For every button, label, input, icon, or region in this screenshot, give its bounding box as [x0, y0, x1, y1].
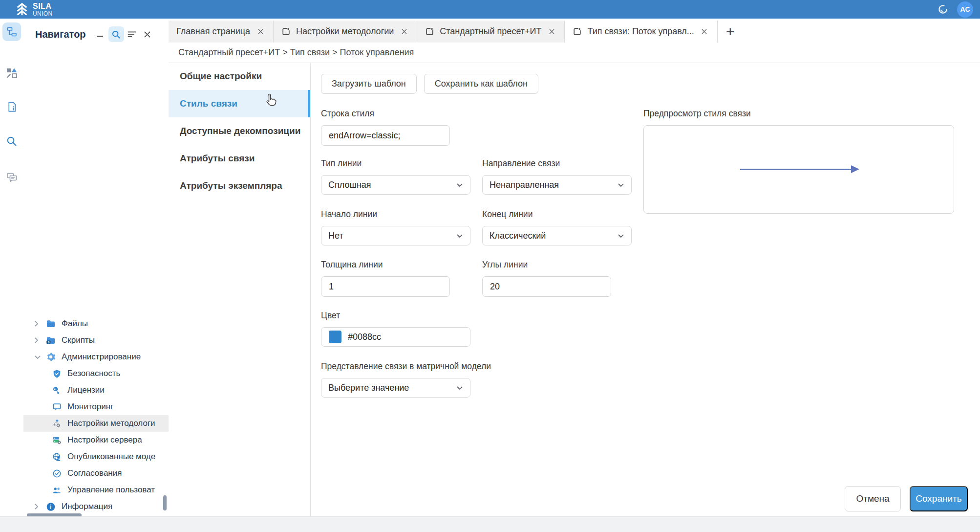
line-angles-label: Углы линии: [482, 260, 611, 270]
line-end-label: Конец линии: [482, 209, 632, 220]
check-circle-icon: [52, 468, 62, 478]
tree-item-server-settings[interactable]: Настройки сервера: [23, 432, 169, 448]
menu-item-label: Доступные декомпозиции: [180, 126, 300, 136]
menu-item-label: Атрибуты экземпляра: [180, 180, 282, 191]
vertical-scrollbar[interactable]: [163, 495, 167, 510]
close-icon[interactable]: [700, 27, 709, 37]
svg-text:$: $: [48, 340, 50, 344]
tab-page-icon: [573, 27, 582, 36]
link-direction-select[interactable]: Ненаправленная: [482, 175, 632, 195]
tree-item-published-models[interactable]: Опубликованные моде: [23, 448, 169, 465]
save-as-template-button[interactable]: Сохранить как шаблон: [424, 74, 538, 94]
tree-item-licenses[interactable]: Лицензии: [23, 382, 169, 399]
tab-page-icon: [425, 27, 434, 36]
navigator-title: Навигатор: [35, 29, 86, 40]
select-value: Нет: [328, 231, 343, 241]
settings-menu: Общие настройки Стиль связи Доступные де…: [169, 63, 311, 517]
top-bar: SILA UNION AC: [0, 0, 980, 19]
document-info-icon[interactable]: [2, 97, 21, 116]
key-icon: [52, 385, 62, 395]
tree-item-label: Управление пользоват: [67, 485, 155, 495]
chevron-down-icon: [456, 183, 463, 187]
navigator-tree-icon[interactable]: [2, 22, 21, 41]
save-button[interactable]: Сохранить: [910, 486, 968, 511]
color-input[interactable]: #0088cc: [321, 327, 470, 347]
line-width-label: Толщина линии: [321, 260, 450, 270]
tree-item-label: Настройки методологи: [67, 419, 155, 428]
tab-label: Настройки методологии: [296, 26, 394, 37]
tab-standard-preset[interactable]: Стандартный пресет+ИТ: [417, 21, 565, 43]
preview-label: Предпросмотр стиля связи: [643, 109, 954, 119]
methodology-gear-icon: [52, 419, 62, 428]
tab-home[interactable]: Главная страница: [169, 21, 274, 43]
add-tab-button[interactable]: +: [718, 21, 743, 43]
load-template-button[interactable]: Загрузить шаблон: [321, 74, 417, 94]
select-value: Классический: [490, 231, 546, 241]
line-angles-input[interactable]: [482, 276, 611, 297]
close-icon[interactable]: [256, 27, 265, 37]
tab-label: Главная страница: [176, 26, 250, 37]
chevron-right-icon[interactable]: [34, 320, 46, 327]
close-icon[interactable]: [140, 26, 155, 42]
mouse-cursor-pointer: [263, 93, 277, 109]
tree-item-label: Лицензии: [67, 385, 105, 395]
filter-icon[interactable]: [124, 26, 140, 42]
close-icon[interactable]: [399, 27, 409, 37]
cancel-button[interactable]: Отмена: [845, 486, 901, 511]
menu-item-instance-attributes[interactable]: Атрибуты экземпляра: [169, 172, 310, 200]
tree-item-label: Мониторинг: [67, 402, 113, 412]
tree-item-administration[interactable]: Администрирование: [23, 349, 169, 365]
navigator-tree: Файлы $ Скрипты Администрирование Безопа…: [23, 315, 169, 515]
menu-item-label: Общие настройки: [180, 71, 262, 82]
line-start-label: Начало линии: [321, 209, 470, 220]
tab-link-type-control-flow[interactable]: Тип связи: Поток управл...: [565, 21, 717, 43]
line-end-select[interactable]: Классический: [482, 226, 632, 245]
breadcrumb: Стандартный пресет+ИТ > Тип связи > Пото…: [169, 43, 980, 63]
tab-methodology-settings[interactable]: Настройки методологии: [274, 21, 417, 43]
chevron-right-icon[interactable]: [34, 503, 46, 510]
logo-mark-icon: [15, 2, 29, 16]
menu-item-available-decompositions[interactable]: Доступные декомпозиции: [169, 117, 310, 145]
line-width-input[interactable]: [321, 276, 450, 297]
tree-item-approvals[interactable]: Согласования: [23, 465, 169, 482]
tree-item-information[interactable]: Информация: [23, 498, 169, 515]
folder-icon: [46, 319, 56, 329]
chevron-down-icon: [618, 234, 624, 238]
shapes-icon[interactable]: [2, 64, 21, 82]
menu-item-label: Стиль связи: [180, 98, 237, 109]
sync-spinner-icon[interactable]: [937, 3, 949, 16]
search-icon[interactable]: [2, 132, 21, 151]
select-value: Выберите значение: [328, 383, 409, 393]
main-area: Главная страница Настройки методологии С…: [169, 19, 980, 517]
logo-primary-text: SILA: [33, 2, 53, 10]
avatar[interactable]: AC: [957, 1, 973, 18]
color-swatch[interactable]: [329, 331, 341, 343]
tree-item-methodology-settings[interactable]: Настройки методологи: [23, 415, 169, 432]
minimize-icon[interactable]: [93, 26, 108, 42]
tree-item-monitoring[interactable]: Мониторинг: [23, 399, 169, 415]
chevron-right-icon[interactable]: [34, 337, 46, 344]
sila-union-logo: SILA UNION: [15, 2, 53, 17]
tab-label: Тип связи: Поток управл...: [587, 26, 694, 37]
search-icon[interactable]: [108, 26, 124, 42]
tree-item-label: Скрипты: [62, 335, 95, 345]
chevron-down-icon[interactable]: [34, 355, 46, 359]
menu-item-link-attributes[interactable]: Атрибуты связи: [169, 145, 310, 172]
line-type-select[interactable]: Сплошная: [321, 175, 470, 195]
chevron-down-icon: [618, 183, 624, 187]
tree-item-scripts[interactable]: $ Скрипты: [23, 332, 169, 349]
line-start-select[interactable]: Нет: [321, 226, 470, 245]
tree-item-files[interactable]: Файлы: [23, 315, 169, 332]
tree-item-security[interactable]: Безопасность: [23, 365, 169, 382]
matrix-view-select[interactable]: Выберите значение: [321, 378, 470, 398]
tree-item-label: Администрирование: [62, 352, 141, 362]
tree-item-user-management[interactable]: Управление пользоват: [23, 482, 169, 498]
menu-item-general-settings[interactable]: Общие настройки: [169, 63, 310, 90]
info-circle-icon: [46, 502, 56, 511]
menu-item-link-style[interactable]: Стиль связи: [169, 90, 310, 117]
close-icon[interactable]: [547, 27, 556, 37]
comments-icon[interactable]: [2, 168, 21, 186]
shield-check-icon: [52, 369, 62, 378]
users-icon: [52, 485, 62, 495]
style-string-input[interactable]: [321, 125, 450, 146]
